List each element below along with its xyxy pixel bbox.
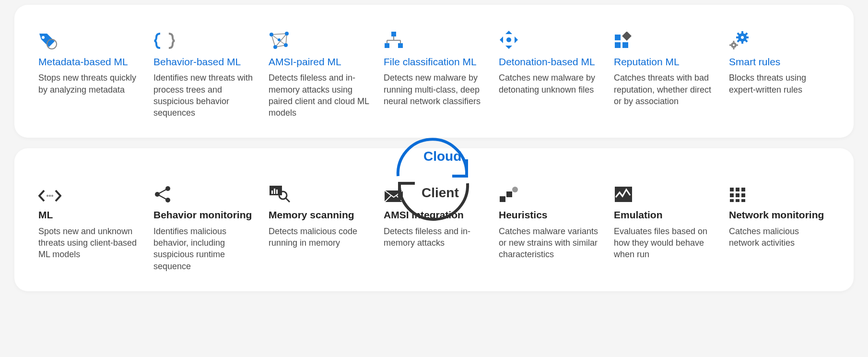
svg-rect-57 — [506, 191, 512, 197]
svg-point-9 — [285, 32, 289, 36]
hierarchy-icon — [384, 29, 484, 50]
svg-point-34 — [741, 36, 744, 39]
svg-rect-15 — [398, 43, 403, 48]
svg-point-0 — [42, 36, 45, 39]
svg-rect-22 — [615, 42, 621, 48]
svg-rect-26 — [741, 31, 743, 34]
cloud-item-smart-rules: Smart rules Blocks threats using expert-… — [729, 29, 830, 119]
svg-rect-24 — [622, 32, 632, 41]
client-panel: ML Spots new and unknown threats using c… — [14, 148, 854, 291]
item-desc: Detects new malware by running multi-cla… — [384, 72, 484, 107]
item-title: Memory scanning — [269, 209, 369, 221]
svg-rect-52 — [276, 190, 278, 194]
share-icon — [153, 182, 254, 203]
client-item-memory-scan: Memory scanning Detects malicious code r… — [269, 182, 369, 272]
svg-point-20 — [506, 37, 511, 42]
grid-icon — [729, 182, 830, 203]
svg-rect-21 — [615, 35, 621, 40]
crosshair-icon — [499, 29, 599, 50]
client-item-ml: ML Spots new and unknown threats using c… — [38, 182, 139, 272]
item-title: AMSI-paired ML — [269, 56, 369, 68]
cloud-item-reputation-ml: Reputation ML Catches threats with bad r… — [614, 29, 715, 119]
svg-rect-67 — [736, 199, 739, 202]
svg-point-10 — [273, 45, 277, 49]
svg-rect-60 — [730, 188, 734, 191]
svg-rect-56 — [500, 196, 505, 202]
svg-rect-23 — [622, 42, 628, 48]
svg-rect-38 — [729, 45, 731, 46]
item-title: Emulation — [614, 209, 715, 221]
svg-rect-61 — [736, 188, 739, 191]
item-desc: Catches malicious network activities — [729, 226, 830, 249]
item-desc: Stops new threats quickly by analyzing m… — [38, 72, 139, 95]
svg-rect-14 — [385, 43, 389, 48]
cloud-item-file-class-ml: File classification ML Detects new malwa… — [384, 29, 484, 119]
mesh-icon — [269, 29, 369, 50]
svg-rect-37 — [733, 48, 735, 49]
item-title: Behavior monitoring — [153, 209, 254, 221]
svg-rect-65 — [741, 193, 745, 197]
client-item-behavior-monitor: Behavior monitoring Identifies malicious… — [153, 182, 254, 272]
svg-point-46 — [155, 192, 160, 197]
cloud-item-amsi-ml: AMSI-paired ML Detects fileless and in-m… — [269, 29, 369, 119]
chart-search-icon — [269, 182, 369, 203]
client-item-amsi-integration: AMSI integration Detects fileless and in… — [384, 182, 484, 272]
svg-rect-27 — [741, 41, 743, 44]
item-desc: Detects fileless and in-memory attacks — [384, 226, 484, 249]
svg-rect-39 — [736, 45, 738, 46]
item-title: Smart rules — [729, 56, 830, 68]
svg-point-47 — [165, 186, 170, 191]
client-item-network-monitor: Network monitoring Catches malicious net… — [729, 182, 830, 272]
code-brackets-icon — [38, 182, 139, 203]
item-desc: Detects malicious code running in memory — [269, 226, 369, 249]
svg-rect-64 — [736, 193, 739, 197]
item-title: Network monitoring — [729, 209, 830, 221]
activity-icon — [614, 182, 715, 203]
svg-line-2 — [271, 34, 287, 35]
svg-rect-36 — [733, 41, 735, 43]
client-item-emulation: Emulation Evaluates files based on how t… — [614, 182, 715, 272]
svg-rect-63 — [730, 193, 734, 197]
svg-rect-66 — [730, 199, 734, 202]
svg-rect-50 — [271, 190, 273, 194]
item-title: AMSI integration — [384, 209, 484, 221]
svg-rect-68 — [741, 199, 745, 202]
item-title: Behavior-based ML — [153, 56, 254, 68]
svg-point-11 — [284, 43, 288, 47]
cloud-item-detonation-ml: Detonation-based ML Catches new malware … — [499, 29, 599, 119]
item-desc: Identifies new threats with process tree… — [153, 72, 254, 119]
item-title: ML — [38, 209, 139, 221]
item-desc: Blocks threats using expert-written rule… — [729, 72, 830, 95]
svg-line-3 — [271, 35, 275, 47]
svg-rect-62 — [741, 188, 745, 191]
svg-rect-28 — [736, 36, 739, 38]
tag-icon — [38, 29, 139, 50]
braces-icon — [153, 29, 254, 50]
item-desc: Detects fileless and in-memory attacks u… — [269, 72, 369, 119]
cloud-item-behavior-ml: Behavior-based ML Identifies new threats… — [153, 29, 254, 119]
svg-rect-13 — [391, 32, 396, 36]
steps-icon — [499, 182, 599, 203]
svg-point-8 — [270, 33, 273, 36]
item-desc: Catches malware variants or new strains … — [499, 226, 599, 261]
item-desc: Catches threats with bad reputation, whe… — [614, 72, 715, 107]
svg-rect-29 — [746, 36, 749, 38]
svg-point-12 — [278, 38, 281, 41]
client-item-heuristics: Heuristics Catches malware variants or n… — [499, 182, 599, 272]
item-title: Heuristics — [499, 209, 599, 221]
item-desc: Catches new malware by detonating unknow… — [499, 72, 599, 95]
item-title: File classification ML — [384, 56, 484, 68]
cloud-panel: Metadata-based ML Stops new threats quic… — [14, 5, 854, 138]
gears-icon — [729, 29, 830, 50]
item-desc: Identifies malicious behavior, including… — [153, 226, 254, 272]
envelope-icon — [384, 182, 484, 203]
svg-rect-51 — [274, 189, 275, 194]
tiles-icon — [614, 29, 715, 50]
item-title: Detonation-based ML — [499, 56, 599, 68]
svg-line-54 — [286, 198, 290, 202]
svg-point-48 — [165, 198, 170, 202]
svg-point-42 — [49, 195, 51, 197]
cloud-item-metadata-ml: Metadata-based ML Stops new threats quic… — [38, 29, 139, 119]
item-desc: Spots new and unknown threats using clie… — [38, 226, 139, 261]
svg-point-58 — [512, 187, 518, 192]
